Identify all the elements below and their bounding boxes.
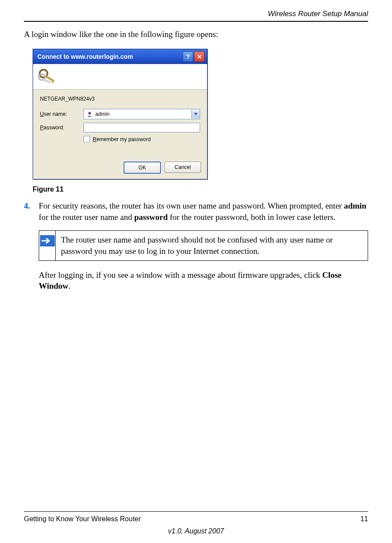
help-icon: ? xyxy=(186,53,190,60)
password-label: Password: xyxy=(40,125,84,131)
close-button[interactable]: ✕ xyxy=(194,51,204,62)
username-input[interactable]: admin xyxy=(84,109,200,119)
page-footer: Getting to Know Your Wireless Router 11 … xyxy=(24,511,368,535)
cancel-button[interactable]: Cancel xyxy=(164,162,201,173)
note-box: The router user name and password should… xyxy=(39,230,368,260)
login-dialog-figure: Connect to www.routerlogin.com ? ✕ xyxy=(33,49,368,179)
svg-point-5 xyxy=(88,112,91,115)
username-value: admin xyxy=(95,111,191,117)
footer-section: Getting to Know Your Wireless Router xyxy=(24,515,141,523)
dialog-banner xyxy=(33,64,207,90)
dialog-title: Connect to www.routerlogin.com xyxy=(37,53,133,60)
close-icon: ✕ xyxy=(197,54,202,60)
page-number: 11 xyxy=(360,515,368,523)
footer-rule xyxy=(24,511,368,512)
user-icon xyxy=(86,110,94,118)
after-login-text: After logging in, if you see a window wi… xyxy=(39,270,368,292)
step-number: 4. xyxy=(24,200,39,223)
header-rule xyxy=(24,21,368,22)
footer-version: v1.0, August 2007 xyxy=(24,527,368,535)
remember-checkbox[interactable] xyxy=(84,136,90,142)
step-text: For security reasons, the router has its… xyxy=(39,200,368,223)
login-dialog: Connect to www.routerlogin.com ? ✕ xyxy=(33,49,208,179)
help-button[interactable]: ? xyxy=(183,51,193,62)
password-input[interactable] xyxy=(84,123,200,132)
chevron-down-icon xyxy=(194,113,198,115)
username-label: User name: xyxy=(40,111,84,117)
step-4: 4. For security reasons, the router has … xyxy=(24,200,368,223)
ok-button[interactable]: OK xyxy=(124,162,161,174)
intro-text: A login window like the one in the follo… xyxy=(24,30,368,39)
dropdown-button[interactable] xyxy=(191,110,200,118)
figure-caption: Figure 11 xyxy=(33,185,368,193)
dialog-titlebar: Connect to www.routerlogin.com ? ✕ xyxy=(33,49,207,64)
realm-label: NETGEAR_WPN824v3 xyxy=(40,96,200,102)
remember-label: Remember my password xyxy=(93,136,151,142)
header-title: Wireless Router Setup Manual xyxy=(24,10,368,18)
note-arrow-icon xyxy=(40,235,55,246)
note-text: The router user name and password should… xyxy=(56,231,368,260)
keys-icon xyxy=(37,67,58,87)
